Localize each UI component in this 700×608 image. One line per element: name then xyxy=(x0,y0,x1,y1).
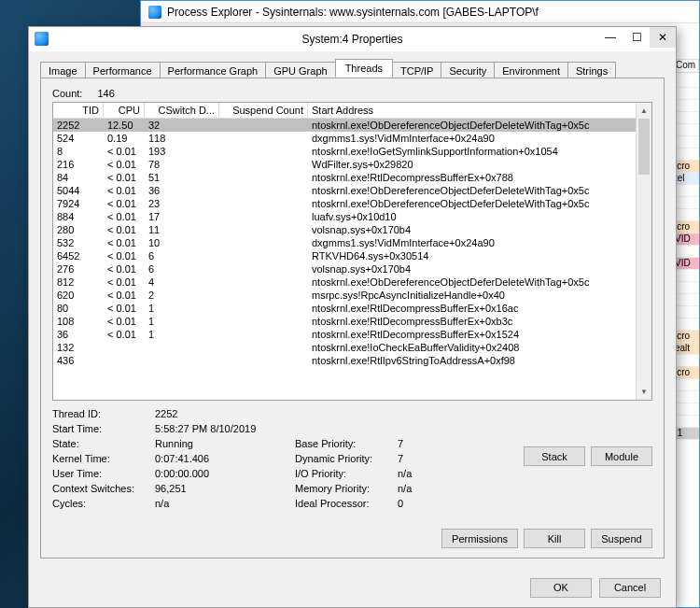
cell-cswitch: 51 xyxy=(145,172,219,183)
thread-row[interactable]: 108< 0.011ntoskrnl.exe!RtlDecompressBuff… xyxy=(53,315,651,328)
parent-row-peek xyxy=(673,294,699,306)
dialog-title: System:4 Properties xyxy=(301,33,402,46)
scroll-thumb[interactable] xyxy=(638,119,650,175)
tab-environment[interactable]: Environment xyxy=(494,62,568,78)
close-button[interactable]: ✕ xyxy=(650,27,676,48)
stack-button[interactable]: Stack xyxy=(524,446,585,466)
app-icon xyxy=(148,6,161,19)
tab-threads[interactable]: Threads xyxy=(335,59,393,78)
cell-tid: 436 xyxy=(53,355,104,366)
thread-row[interactable]: 84< 0.0151ntoskrnl.exe!RtlDecompressBuff… xyxy=(53,171,651,184)
cell-start-address: ntoskrnl.exe!ObDereferenceObjectDeferDel… xyxy=(308,276,651,288)
thread-row[interactable]: 812< 0.014ntoskrnl.exe!ObDereferenceObje… xyxy=(53,276,651,289)
thread-list[interactable]: TID CPU CSwitch D... Suspend Count Start… xyxy=(52,102,652,401)
tab-image[interactable]: Image xyxy=(40,62,86,78)
parent-row-peek xyxy=(673,124,699,136)
lbl-cycles: Cycles: xyxy=(52,498,155,509)
lbl-context-switches: Context Switches: xyxy=(52,483,155,494)
scroll-up-icon[interactable]: ▲ xyxy=(637,103,651,119)
tab-gpu-graph[interactable]: GPU Graph xyxy=(265,62,335,78)
thread-row[interactable]: 884< 0.0117luafv.sys+0x10d10 xyxy=(53,210,651,223)
permissions-button[interactable]: Permissions xyxy=(441,529,518,548)
thread-row[interactable]: 5044< 0.0136ntoskrnl.exe!ObDereferenceOb… xyxy=(53,184,651,197)
maximize-button[interactable]: ☐ xyxy=(623,27,650,48)
thread-row[interactable]: 436ntoskrnl.exe!RtlIpv6StringToAddressA+… xyxy=(53,354,651,367)
parent-row-peek: .1 xyxy=(673,428,699,440)
cell-cpu: < 0.01 xyxy=(104,303,145,314)
thread-row[interactable]: 6452< 0.016RTKVHD64.sys+0x30514 xyxy=(53,249,651,262)
cancel-button[interactable]: Cancel xyxy=(599,578,661,598)
cell-tid: 84 xyxy=(53,172,104,183)
parent-col-header[interactable]: Com xyxy=(673,59,699,73)
val-state: Running xyxy=(155,438,295,449)
tab-security[interactable]: Security xyxy=(441,62,495,78)
col-header-suspend[interactable]: Suspend Count xyxy=(219,103,308,118)
col-header-cswitch[interactable]: CSwitch D... xyxy=(145,103,219,118)
dialog-titlebar[interactable]: System:4 Properties — ☐ ✕ xyxy=(29,27,676,51)
lbl-base-priority: Base Priority: xyxy=(295,438,398,449)
cell-cpu: < 0.01 xyxy=(104,146,145,157)
cell-cswitch: 32 xyxy=(145,120,219,131)
tab-tcp/ip[interactable]: TCP/IP xyxy=(392,62,441,78)
suspend-button[interactable]: Suspend xyxy=(591,529,652,548)
tab-performance[interactable]: Performance xyxy=(85,62,161,78)
minimize-button[interactable]: — xyxy=(597,27,623,48)
list-scrollbar[interactable]: ▲ ▼ xyxy=(636,103,651,400)
col-header-start-address[interactable]: Start Address xyxy=(308,103,651,118)
parent-row-peek xyxy=(673,185,699,197)
cell-cpu: < 0.01 xyxy=(104,263,145,275)
tab-strings[interactable]: Strings xyxy=(567,62,616,78)
thread-row[interactable]: 36< 0.011ntoskrnl.exe!RtlDecompressBuffe… xyxy=(53,328,651,341)
parent-row-peek xyxy=(673,318,699,331)
thread-row[interactable]: 216< 0.0178WdFilter.sys+0x29820 xyxy=(53,158,651,171)
thread-row[interactable]: 5240.19118dxgmms1.sys!VidMmInterface+0x2… xyxy=(53,132,651,145)
parent-row-peek xyxy=(673,270,699,282)
parent-row-peek xyxy=(673,148,699,161)
tab-performance-graph[interactable]: Performance Graph xyxy=(160,62,267,78)
lbl-state: State: xyxy=(52,438,155,449)
thread-row[interactable]: 80< 0.011ntoskrnl.exe!RtlDecompressBuffe… xyxy=(53,302,651,315)
parent-row-peek: icro xyxy=(673,331,699,343)
cell-cpu: < 0.01 xyxy=(104,198,145,209)
thread-row[interactable]: 280< 0.0111volsnap.sys+0x170b4 xyxy=(53,223,651,236)
parent-row-peek xyxy=(673,197,699,209)
thread-row[interactable]: 8< 0.01193ntoskrnl.exe!IoGetSymlinkSuppo… xyxy=(53,145,651,158)
tab-panel-threads: Count: 146 TID CPU CSwitch D... Suspend … xyxy=(40,78,665,559)
parent-row-peek: VID xyxy=(673,258,699,270)
cell-start-address: ntoskrnl.exe!RtlDecompressBufferEx+0xb3c xyxy=(308,316,651,327)
val-cycles: n/a xyxy=(155,498,295,509)
count-value: 146 xyxy=(97,88,114,99)
scroll-down-icon[interactable]: ▼ xyxy=(637,384,651,400)
cell-cswitch: 6 xyxy=(145,263,219,275)
thread-row[interactable]: 225212.5032ntoskrnl.exe!ObDereferenceObj… xyxy=(53,119,651,132)
cell-start-address: ntoskrnl.exe!ObDereferenceObjectDeferDel… xyxy=(308,185,651,196)
col-header-cpu[interactable]: CPU xyxy=(104,103,145,118)
kill-button[interactable]: Kill xyxy=(524,529,585,548)
val-kernel-time: 0:07:41.406 xyxy=(155,453,295,464)
lbl-io-priority: I/O Priority: xyxy=(295,468,398,479)
list-body[interactable]: 225212.5032ntoskrnl.exe!ObDereferenceObj… xyxy=(53,119,651,400)
thread-row[interactable]: 276< 0.016volsnap.sys+0x170b4 xyxy=(53,262,651,276)
ok-button[interactable]: OK xyxy=(530,578,592,598)
parent-row-peek xyxy=(673,246,699,258)
cell-start-address: volsnap.sys+0x170b4 xyxy=(308,224,651,235)
parent-row-peek xyxy=(673,136,699,148)
cell-cswitch: 4 xyxy=(145,276,219,288)
cell-cswitch: 2 xyxy=(145,290,219,301)
cell-start-address: dxgmms1.sys!VidMmInterface+0x24a90 xyxy=(308,133,651,144)
parent-col-peek: icrotelicroVIDVIDicroealticro.1 xyxy=(673,76,699,440)
thread-row[interactable]: 620< 0.012msrpc.sys!RpcAsyncInitializeHa… xyxy=(53,289,651,302)
col-header-tid[interactable]: TID xyxy=(53,103,104,118)
list-header[interactable]: TID CPU CSwitch D... Suspend Count Start… xyxy=(53,103,651,119)
thread-row[interactable]: 132ntoskrnl.exe!IoCheckEaBufferValidity+… xyxy=(53,341,651,354)
scroll-track[interactable] xyxy=(637,119,651,384)
parent-row-peek xyxy=(673,88,699,100)
parent-row-peek xyxy=(673,209,699,221)
cell-start-address: luafv.sys+0x10d10 xyxy=(308,211,651,222)
thread-row[interactable]: 7924< 0.0123ntoskrnl.exe!ObDereferenceOb… xyxy=(53,197,651,210)
parent-row-peek xyxy=(673,416,699,428)
cell-cswitch: 78 xyxy=(145,159,219,170)
parent-row-peek xyxy=(673,391,699,403)
module-button[interactable]: Module xyxy=(591,446,652,466)
thread-row[interactable]: 532< 0.0110dxgmms1.sys!VidMmInterface+0x… xyxy=(53,236,651,249)
